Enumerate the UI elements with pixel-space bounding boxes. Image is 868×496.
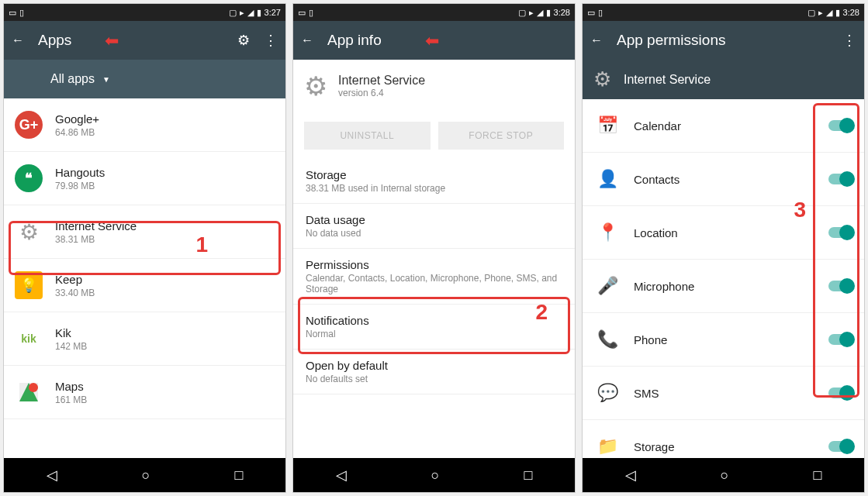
app-size: 33.40 MB xyxy=(55,288,275,298)
app-row[interactable]: Maps 161 MB xyxy=(4,366,285,419)
app-size: 38.31 MB xyxy=(55,234,275,245)
filter-label: All apps xyxy=(50,72,95,86)
section-sub: Calendar, Contacts, Location, Microphone… xyxy=(306,273,562,294)
perm-row-calendar: 📅 Calendar xyxy=(583,99,864,153)
appbar-title: App info xyxy=(327,32,567,49)
wifi-icon: ▸ xyxy=(240,8,244,18)
force-stop-button[interactable]: FORCE STOP xyxy=(438,122,565,150)
perm-toggle[interactable] xyxy=(828,227,853,238)
status-time: 3:28 xyxy=(554,8,570,17)
notification-icon: ▯ xyxy=(19,8,24,18)
app-version: version 6.4 xyxy=(338,88,425,98)
perm-row-microphone: 🎤 Microphone xyxy=(583,260,864,313)
notification-icon: ▭ xyxy=(587,8,595,18)
perm-label: Phone xyxy=(634,333,816,346)
back-icon[interactable]: ← xyxy=(12,33,24,47)
signal-icon: ◢ xyxy=(537,8,543,18)
app-row-internet-service[interactable]: ⚙ Internet Service 38.31 MB xyxy=(4,205,285,259)
section-title: Permissions xyxy=(306,258,562,271)
section-sub: 38.31 MB used in Internal storage xyxy=(306,183,562,194)
nav-back-icon[interactable]: ◁ xyxy=(625,467,636,484)
app-name: Internet Service xyxy=(55,219,275,232)
filter-bar[interactable]: All apps ▼ xyxy=(4,60,285,98)
microphone-icon: 🎤 xyxy=(593,272,621,300)
open-default-section[interactable]: Open by default No defaults set xyxy=(293,350,575,394)
keep-icon: 💡 xyxy=(15,271,43,299)
app-header: ⚙ Internet Service version 6.4 xyxy=(293,60,575,112)
app-row[interactable]: 💡 Keep 33.40 MB xyxy=(4,259,285,312)
phone-appinfo: ▭ ▯ ▢ ▸ ◢ ▮ 3:28 ← App info ⚙ Internet S… xyxy=(292,3,576,493)
nav-back-icon[interactable]: ◁ xyxy=(47,467,57,484)
nav-recent-icon[interactable]: □ xyxy=(524,467,533,484)
nav-home-icon[interactable]: ○ xyxy=(431,467,440,484)
nav-bar: ◁ ○ □ xyxy=(4,458,285,492)
maps-icon xyxy=(15,378,43,406)
signal-icon: ◢ xyxy=(247,8,254,18)
perm-toggle[interactable] xyxy=(828,388,853,398)
app-row[interactable]: kik Kik 142 MB xyxy=(4,312,285,366)
appinfo-content: ⚙ Internet Service version 6.4 UNINSTALL… xyxy=(293,60,575,458)
vibrate-icon: ▢ xyxy=(229,8,237,18)
appbar-title: App permissions xyxy=(617,32,828,49)
app-row[interactable]: ❝ Hangouts 79.98 MB xyxy=(4,152,285,205)
perm-row-location: 📍 Location xyxy=(583,206,864,260)
nav-home-icon[interactable]: ○ xyxy=(142,467,150,484)
section-sub: Normal xyxy=(306,329,562,339)
perm-label: SMS xyxy=(634,387,816,400)
perm-label: Calendar xyxy=(634,119,816,133)
battery-icon: ▮ xyxy=(546,8,551,18)
vibrate-icon: ▢ xyxy=(807,8,815,18)
perm-toggle[interactable] xyxy=(828,334,853,345)
wifi-icon: ▸ xyxy=(529,8,534,18)
app-bar: ← App info xyxy=(293,21,575,60)
googleplus-icon: G+ xyxy=(15,111,43,139)
section-title: Open by default xyxy=(306,359,562,372)
back-icon[interactable]: ← xyxy=(590,33,603,47)
app-header: ⚙ Internet Service xyxy=(583,60,864,99)
storage-section[interactable]: Storage 38.31 MB used in Internal storag… xyxy=(293,159,575,204)
gear-icon: ⚙ xyxy=(593,67,611,91)
storage-icon: 📁 xyxy=(593,432,621,458)
gear-icon: ⚙ xyxy=(15,218,43,246)
nav-bar: ◁ ○ □ xyxy=(583,458,864,492)
status-bar: ▭ ▯ ▢ ▸ ◢ ▮ 3:27 xyxy=(4,4,285,21)
back-icon[interactable]: ← xyxy=(301,33,313,47)
app-name: Maps xyxy=(55,380,275,393)
perm-toggle[interactable] xyxy=(828,441,853,452)
nav-home-icon[interactable]: ○ xyxy=(721,467,729,484)
app-size: 64.86 MB xyxy=(55,127,275,138)
overflow-icon[interactable]: ⋮ xyxy=(842,32,856,49)
nav-recent-icon[interactable]: □ xyxy=(814,467,822,484)
button-row: UNINSTALL FORCE STOP xyxy=(293,112,575,159)
settings-icon[interactable]: ⚙ xyxy=(237,32,250,49)
app-row[interactable]: G+ Google+ 64.86 MB xyxy=(4,98,285,152)
permissions-section[interactable]: Permissions Calendar, Contacts, Location… xyxy=(293,249,575,305)
overflow-icon[interactable]: ⋮ xyxy=(264,32,278,49)
phone-permissions: ▭ ▯ ▢ ▸ ◢ ▮ 3:28 ← App permissions ⋮ ⚙ I… xyxy=(582,3,865,493)
app-list: G+ Google+ 64.86 MB ❝ Hangouts 79.98 MB … xyxy=(4,98,285,458)
perm-toggle[interactable] xyxy=(828,120,853,131)
perm-toggle[interactable] xyxy=(828,174,853,184)
contacts-icon: 👤 xyxy=(593,165,621,193)
app-name: Internet Service xyxy=(338,74,425,88)
battery-icon: ▮ xyxy=(257,8,261,18)
notification-icon: ▭ xyxy=(298,8,306,18)
nav-recent-icon[interactable]: □ xyxy=(235,467,244,484)
vibrate-icon: ▢ xyxy=(518,8,526,18)
dropdown-icon: ▼ xyxy=(102,75,110,84)
status-time: 3:27 xyxy=(265,8,281,17)
svg-point-2 xyxy=(29,383,38,392)
phone-icon: 📞 xyxy=(593,326,621,353)
signal-icon: ◢ xyxy=(826,8,832,18)
perm-toggle[interactable] xyxy=(828,281,853,291)
kik-icon: kik xyxy=(15,325,43,353)
section-sub: No defaults set xyxy=(306,374,562,384)
perm-label: Microphone xyxy=(634,280,816,293)
notification-icon: ▯ xyxy=(309,8,313,18)
wifi-icon: ▸ xyxy=(818,8,823,18)
notifications-section[interactable]: Notifications Normal xyxy=(293,305,575,350)
uninstall-button[interactable]: UNINSTALL xyxy=(304,122,431,150)
app-size: 142 MB xyxy=(55,341,275,352)
data-usage-section[interactable]: Data usage No data used xyxy=(293,204,575,249)
nav-back-icon[interactable]: ◁ xyxy=(336,467,347,484)
